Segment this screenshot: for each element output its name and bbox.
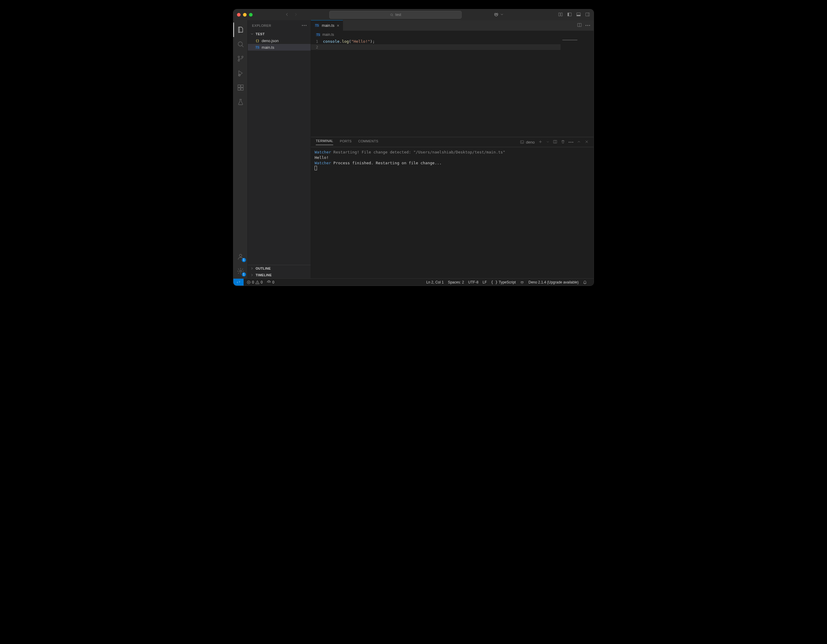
window-minimize-button[interactable] <box>243 13 247 17</box>
copilot-icon[interactable] <box>493 12 499 18</box>
layout-customize-icon[interactable] <box>558 12 563 18</box>
file-item-main-ts[interactable]: TS main.ts <box>248 44 311 50</box>
minimap[interactable] <box>560 39 594 137</box>
terminal-icon <box>520 140 524 144</box>
window-close-button[interactable] <box>237 13 240 17</box>
status-eol[interactable]: LF <box>483 280 487 284</box>
warning-icon <box>255 280 259 284</box>
terminal-shell-label[interactable]: deno <box>520 140 535 144</box>
status-copilot[interactable] <box>520 280 524 284</box>
timeline-label: TIMELINE <box>256 273 272 277</box>
ts-file-icon: TS <box>255 46 260 49</box>
svg-rect-9 <box>586 13 590 16</box>
tab-filename: main.ts <box>322 23 334 28</box>
chevron-right-icon <box>250 273 254 277</box>
close-panel-button[interactable] <box>585 140 589 145</box>
svg-rect-19 <box>241 85 243 87</box>
svg-point-32 <box>522 281 524 283</box>
kill-terminal-button[interactable] <box>561 140 565 145</box>
ts-file-icon: TS <box>316 33 321 36</box>
editor-tab-main-ts[interactable]: TS main.ts × <box>311 20 343 31</box>
explorer-sidebar: EXPLORER TEST {} deno.json TS main.ts <box>248 20 311 278</box>
maximize-panel-button[interactable] <box>577 140 581 145</box>
terminal-output[interactable]: Watcher Restarting! File change detected… <box>311 147 594 278</box>
status-language[interactable]: { } TypeScript <box>491 280 516 284</box>
explorer-title: EXPLORER <box>252 24 271 27</box>
activity-source-control[interactable] <box>233 52 248 66</box>
terminal-line: Hello! <box>315 155 590 160</box>
terminal-cursor <box>315 166 317 170</box>
ts-file-icon: TS <box>315 24 319 27</box>
status-ports[interactable]: 0 <box>267 280 274 284</box>
panel-tab-terminal[interactable]: TERMINAL <box>316 139 333 145</box>
svg-point-13 <box>238 60 239 61</box>
error-icon <box>247 280 251 284</box>
activity-extensions[interactable] <box>233 80 248 95</box>
svg-point-20 <box>239 254 242 257</box>
nav-back-button[interactable] <box>284 12 289 18</box>
panel-more-button[interactable] <box>569 142 573 143</box>
toggle-secondary-sidebar-icon[interactable] <box>585 12 590 18</box>
svg-rect-24 <box>521 141 524 143</box>
folder-root[interactable]: TEST <box>248 31 311 38</box>
activity-testing[interactable] <box>233 95 248 109</box>
toggle-panel-icon[interactable] <box>576 12 581 18</box>
activity-settings[interactable]: 1 <box>233 264 248 278</box>
folder-name: TEST <box>256 32 265 36</box>
search-icon <box>390 13 394 17</box>
status-problems[interactable]: 0 0 <box>247 280 262 284</box>
activity-accounts[interactable]: 1 <box>233 250 248 264</box>
remote-button[interactable] <box>233 279 243 286</box>
split-terminal-button[interactable] <box>553 140 557 145</box>
split-editor-icon[interactable] <box>577 23 582 28</box>
timeline-section[interactable]: TIMELINE <box>248 272 311 278</box>
breadcrumb[interactable]: TS main.ts <box>311 31 594 39</box>
editor-more-button[interactable] <box>585 25 590 26</box>
file-name: deno.json <box>262 39 278 43</box>
status-cursor-pos[interactable]: Ln 2, Col 1 <box>426 280 443 284</box>
svg-rect-16 <box>238 85 240 87</box>
activity-run-debug[interactable] <box>233 66 248 80</box>
svg-point-30 <box>268 282 269 282</box>
tab-close-button[interactable]: × <box>337 23 339 28</box>
status-encoding[interactable]: UTF-8 <box>468 280 479 284</box>
outline-section[interactable]: OUTLINE <box>248 265 311 272</box>
new-terminal-button[interactable] <box>538 140 543 145</box>
activity-explorer[interactable] <box>233 23 248 37</box>
settings-badge: 1 <box>242 272 246 277</box>
activity-search[interactable] <box>233 37 248 52</box>
chevron-down-icon <box>250 32 254 36</box>
nav-forward-button[interactable] <box>293 12 298 18</box>
svg-point-14 <box>242 56 243 58</box>
terminal-line: Watcher Restarting! File change detected… <box>315 150 590 155</box>
status-runtime[interactable]: Deno 2.1.4 (Upgrade available) <box>528 280 579 284</box>
terminal-dropdown-button[interactable] <box>546 140 549 144</box>
toggle-primary-sidebar-icon[interactable] <box>567 12 572 18</box>
editor-group: TS main.ts × TS main.ts 1 <box>311 20 594 278</box>
status-bar: 0 0 0 Ln 2, Col 1 Spaces: 2 UTF-8 LF { }… <box>233 278 594 286</box>
status-indent[interactable]: Spaces: 2 <box>448 280 464 284</box>
status-notifications[interactable] <box>583 280 587 284</box>
line-number: 2 <box>311 45 323 49</box>
svg-point-21 <box>240 270 242 272</box>
bell-icon <box>583 280 587 284</box>
explorer-more-button[interactable] <box>302 25 306 26</box>
svg-rect-3 <box>559 13 560 16</box>
file-item-deno-json[interactable]: {} deno.json <box>248 38 311 44</box>
search-text: test <box>395 13 401 17</box>
panel-tab-comments[interactable]: COMMENTS <box>358 139 378 145</box>
panel-tab-ports[interactable]: PORTS <box>340 139 351 145</box>
app-window: test <box>233 9 594 286</box>
window-maximize-button[interactable] <box>249 13 253 17</box>
svg-point-0 <box>390 14 392 16</box>
branch-icon <box>237 55 244 62</box>
chevron-right-icon <box>250 267 254 270</box>
command-search-box[interactable]: test <box>329 11 462 19</box>
extensions-icon <box>237 84 244 91</box>
editor-tab-bar: TS main.ts × <box>311 20 594 31</box>
bottom-panel: TERMINAL PORTS COMMENTS deno <box>311 137 594 278</box>
line-number: 1 <box>311 39 323 44</box>
code-editor[interactable]: 1 console.log("Hello!"); 2 <box>311 39 594 137</box>
braces-icon: { } <box>491 280 498 284</box>
chevron-down-icon[interactable] <box>500 13 504 17</box>
